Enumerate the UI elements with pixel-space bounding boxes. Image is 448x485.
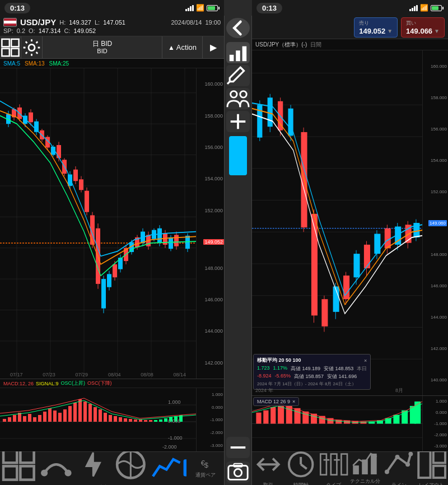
svg-rect-102	[73, 403, 77, 422]
svg-rect-48	[79, 179, 83, 190]
back-button[interactable]	[226, 18, 250, 38]
svg-rect-182	[364, 245, 370, 268]
nav-currency[interactable]: € $ 通貨ペア	[186, 459, 224, 479]
nav-chart[interactable]: チャート	[150, 446, 187, 485]
pencil-button[interactable]	[226, 65, 250, 86]
svg-rect-174	[321, 299, 328, 327]
svg-rect-76	[157, 228, 162, 243]
right-chart-label: USD/JPY（標準）(-) 日間	[252, 39, 448, 50]
svg-rect-220	[320, 454, 326, 475]
svg-rect-114	[134, 419, 137, 422]
macd-close-button[interactable]: ×	[292, 399, 295, 404]
grid-button[interactable]	[0, 36, 21, 59]
svg-point-4	[29, 44, 35, 50]
play-button[interactable]: ▶	[203, 36, 224, 59]
status-time-right: 0:13	[256, 3, 282, 13]
svg-rect-30	[29, 113, 33, 122]
nav-speed[interactable]: スピード注文	[74, 446, 112, 485]
right-bottom-nav: 取引 時間軸 タイプ	[252, 451, 448, 485]
svg-rect-109	[109, 415, 112, 422]
svg-rect-50	[85, 191, 89, 212]
bid-button[interactable]: 日 BID BID	[43, 36, 162, 59]
right-nav-type[interactable]: タイプ	[318, 448, 350, 485]
svg-rect-147	[228, 466, 248, 480]
svg-rect-184	[374, 234, 380, 254]
right-nav-timeframe[interactable]: 時間軸	[284, 448, 317, 485]
price-160: 160.000	[197, 81, 224, 87]
buy-price-box[interactable]: 買い 149.066 ▼	[401, 17, 445, 38]
minus-button[interactable]	[226, 437, 250, 458]
svg-rect-103	[78, 399, 82, 422]
svg-rect-198	[270, 407, 276, 424]
svg-text:-1.000: -1.000	[168, 435, 183, 441]
sell-price-box[interactable]: 売り 149.052 ▼	[354, 17, 398, 38]
screenshot-button[interactable]	[226, 461, 250, 483]
price-158: 158.000	[197, 113, 224, 119]
svg-rect-224	[341, 454, 347, 475]
middle-toolbar	[224, 16, 252, 485]
svg-rect-46	[73, 170, 78, 181]
sell-price: 149.052	[359, 27, 385, 35]
right-nav-line[interactable]: ライン	[382, 448, 415, 485]
month-label: 8月	[395, 387, 403, 394]
svg-rect-137	[230, 55, 234, 61]
svg-rect-186	[385, 228, 391, 249]
svg-rect-222	[331, 454, 337, 475]
right-nav-trade[interactable]: 取引	[252, 448, 284, 485]
svg-point-133	[41, 470, 48, 477]
people-button[interactable]	[226, 88, 250, 109]
buy-arrow-icon: ▼	[434, 28, 440, 34]
svg-rect-225	[353, 465, 359, 474]
sma-bar: SMA:5 SMA:13 SMA:25	[0, 59, 224, 68]
nav-trade[interactable]: トレード	[38, 446, 75, 485]
svg-rect-178	[343, 276, 349, 299]
svg-rect-180	[353, 254, 360, 277]
svg-point-142	[231, 91, 237, 97]
svg-rect-111	[119, 417, 122, 422]
nav-market[interactable]: マーケット	[112, 446, 150, 485]
svg-rect-0	[2, 39, 9, 46]
price-142: 142.000	[197, 360, 224, 366]
buy-label: 買い	[406, 20, 440, 27]
chart-toolbar: 日 BID BID ▲ Action ▶	[0, 36, 224, 59]
high-value: 149.327	[69, 19, 91, 26]
bar-chart-button[interactable]	[226, 42, 250, 63]
svg-rect-139	[242, 46, 247, 62]
svg-rect-172	[311, 214, 318, 316]
left-chart[interactable]: 160.000 158.000 156.000 154.000 152.000 …	[0, 68, 224, 379]
svg-rect-99	[58, 413, 62, 422]
right-main-chart[interactable]: 160.000 158.000 156.000 154.000 152.000 …	[252, 50, 448, 395]
symbol-label: USD/JPY	[20, 17, 56, 27]
right-nav-layout[interactable]: レイアウト	[416, 448, 448, 485]
svg-rect-95	[38, 415, 41, 422]
svg-point-132	[64, 470, 71, 477]
svg-rect-80	[169, 237, 173, 249]
sma13-label: SMA:13	[25, 60, 45, 67]
svg-rect-116	[144, 420, 147, 422]
macd-area: MACD:12, 26 SIGNAL:9 OSC(上昇) OSC(下降)	[0, 379, 224, 451]
time-value: 19:00	[205, 19, 221, 26]
svg-rect-100	[63, 409, 67, 422]
plus-button[interactable]	[226, 111, 250, 132]
wifi-icon: 📶	[196, 4, 204, 12]
svg-rect-233	[433, 451, 445, 463]
right-price-header: 売り 149.052 ▼ 買い 149.066 ▼	[252, 16, 448, 39]
svg-rect-82	[174, 235, 179, 246]
svg-rect-97	[48, 408, 52, 422]
svg-rect-119	[159, 419, 162, 422]
svg-rect-197	[263, 411, 268, 424]
nav-home[interactable]: ホーム	[0, 446, 38, 485]
sma25-label: SMA:25	[49, 60, 69, 67]
svg-rect-106	[94, 407, 97, 422]
action-button[interactable]: ▲ Action	[162, 36, 203, 59]
price-152: 152.000	[197, 208, 224, 213]
year-label: 2024 年	[255, 387, 273, 394]
svg-point-228	[385, 470, 389, 474]
svg-rect-44	[68, 175, 72, 186]
svg-rect-113	[129, 419, 132, 422]
open-value: 147.314	[39, 27, 61, 34]
price-146: 146.000	[197, 297, 224, 302]
settings-button[interactable]	[21, 36, 43, 59]
ma-close-button[interactable]: ×	[364, 358, 367, 363]
svg-rect-105	[88, 404, 92, 422]
